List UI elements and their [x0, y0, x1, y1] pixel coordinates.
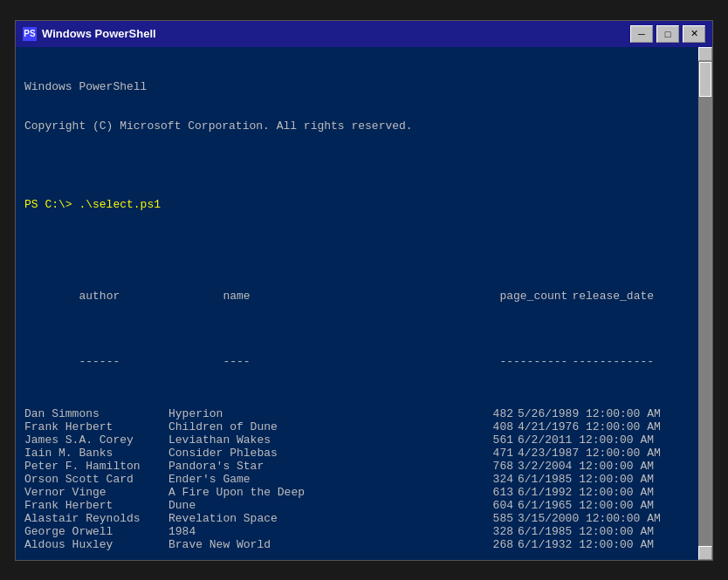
header-line-2: Copyright (C) Microsoft Corporation. All… — [24, 119, 704, 133]
table-row: George Orwell19843286/1/1985 12:00:00 AM — [24, 525, 704, 538]
close-button[interactable]: ✕ — [683, 25, 705, 43]
cell-name: Consider Phlebas — [168, 447, 439, 460]
cell-author: Frank Herbert — [24, 499, 168, 512]
cell-author: Orson Scott Card — [24, 473, 168, 486]
col-name-sep: ---- — [223, 355, 493, 368]
col-date-header: release_date — [572, 290, 654, 303]
cell-pages: 585 — [439, 512, 518, 525]
table-row: Orson Scott CardEnder's Game3246/1/1985 … — [24, 473, 704, 486]
cell-author: Vernor Vinge — [24, 486, 168, 499]
terminal-body[interactable]: Windows PowerShell Copyright (C) Microso… — [16, 47, 712, 560]
cell-name: Children of Dune — [168, 420, 439, 433]
cell-author: Frank Herbert — [24, 551, 168, 553]
cell-name: Dune Messiah — [168, 551, 439, 553]
column-headers: authornamepage_countrelease_date — [24, 276, 704, 316]
table-row: Frank HerbertChildren of Dune4084/21/197… — [24, 420, 704, 433]
cell-date: 3/15/2000 12:00:00 AM — [518, 512, 661, 525]
cell-date: 4/23/1987 12:00:00 AM — [518, 447, 661, 460]
cell-date: 6/1/1992 12:00:00 AM — [518, 486, 654, 499]
table-row: Vernor VingeA Fire Upon the Deep6136/1/1… — [24, 486, 704, 499]
window-title: Windows PowerShell — [42, 27, 630, 40]
col-author-sep: ------ — [79, 355, 223, 368]
cell-name: 1984 — [168, 525, 439, 538]
cell-author: Peter F. Hamilton — [24, 460, 168, 473]
table-row: Frank HerbertDune6046/1/1965 12:00:00 AM — [24, 499, 704, 512]
cell-author: Iain M. Banks — [24, 447, 168, 460]
powershell-window: PS Windows PowerShell ─ □ ✕ Windows Powe… — [15, 20, 713, 561]
cell-pages: 613 — [439, 486, 518, 499]
cell-pages: 268 — [439, 538, 518, 551]
header-line-1: Windows PowerShell — [24, 80, 704, 93]
cell-date: 5/26/1989 12:00:00 AM — [518, 407, 661, 420]
cell-pages: 768 — [439, 460, 518, 473]
cell-author: Frank Herbert — [24, 420, 168, 433]
table-row: Peter F. HamiltonPandora's Star7683/2/20… — [24, 460, 704, 473]
scrollbar-thumb[interactable] — [699, 62, 711, 97]
maximize-button[interactable]: □ — [656, 25, 679, 43]
cell-author: Aldous Huxley — [24, 538, 168, 551]
table-row: Dan SimmonsHyperion4825/26/1989 12:00:00… — [24, 407, 704, 420]
cell-name: Revelation Space — [168, 512, 439, 525]
cell-name: Leviathan Wakes — [168, 433, 439, 447]
cell-author: George Orwell — [24, 525, 168, 538]
col-author-header: author — [79, 290, 223, 303]
cell-pages: 324 — [439, 473, 518, 486]
scroll-up-button[interactable]: ▲ — [698, 47, 712, 61]
cell-pages: 482 — [439, 407, 518, 420]
title-bar: PS Windows PowerShell ─ □ ✕ — [16, 21, 712, 47]
cell-name: Dune — [168, 499, 439, 512]
cell-name: Brave New World — [168, 538, 439, 551]
cell-name: Pandora's Star — [168, 460, 439, 473]
cell-name: Ender's Game — [168, 473, 439, 486]
table-row: Frank HerbertDune Messiah33110/15/1969 1… — [24, 551, 704, 553]
column-separators: -------------------------------- — [24, 342, 704, 381]
scrollbar[interactable]: ▲ ▼ — [698, 47, 712, 560]
cell-author: Alastair Reynolds — [24, 512, 168, 525]
cell-name: A Fire Upon the Deep — [168, 486, 439, 499]
cell-pages: 471 — [439, 447, 518, 460]
table-row: Alastair ReynoldsRevelation Space5853/15… — [24, 512, 704, 525]
window-controls: ─ □ ✕ — [630, 25, 705, 43]
minimize-button[interactable]: ─ — [630, 25, 653, 43]
cell-author: James S.A. Corey — [24, 433, 168, 447]
blank-line-1 — [24, 159, 704, 172]
terminal-content: Windows PowerShell Copyright (C) Microso… — [24, 54, 704, 553]
cell-date: 6/1/1965 12:00:00 AM — [518, 499, 654, 512]
cell-date: 6/1/1985 12:00:00 AM — [518, 473, 654, 486]
table-row: Iain M. BanksConsider Phlebas4714/23/198… — [24, 447, 704, 460]
scrollbar-track[interactable] — [698, 61, 712, 546]
cell-date: 10/15/1969 12:00:00 AM — [518, 551, 668, 553]
table-row: James S.A. CoreyLeviathan Wakes5616/2/20… — [24, 433, 704, 447]
prompt-1: PS C:\> .\select.ps1 — [24, 198, 704, 211]
cell-pages: 561 — [439, 433, 518, 447]
col-pages-sep: ---------- — [493, 355, 572, 368]
cell-name: Hyperion — [168, 407, 439, 420]
blank-line-2 — [24, 237, 704, 250]
cell-pages: 604 — [439, 499, 518, 512]
powershell-icon: PS — [23, 27, 37, 41]
table-row: Aldous HuxleyBrave New World2686/1/1932 … — [24, 538, 704, 551]
col-name-header: name — [223, 290, 493, 303]
cell-pages: 328 — [439, 525, 518, 538]
cell-date: 6/1/1985 12:00:00 AM — [518, 525, 654, 538]
scroll-down-button[interactable]: ▼ — [698, 546, 712, 560]
cell-date: 4/21/1976 12:00:00 AM — [518, 420, 661, 433]
col-pages-header: page_count — [493, 290, 572, 303]
cell-pages: 408 — [439, 420, 518, 433]
cell-author: Dan Simmons — [24, 407, 168, 420]
col-date-sep: ------------ — [572, 355, 654, 368]
cell-date: 6/1/1932 12:00:00 AM — [518, 538, 654, 551]
cell-date: 6/2/2011 12:00:00 AM — [518, 433, 654, 447]
cell-date: 3/2/2004 12:00:00 AM — [518, 460, 654, 473]
cell-pages: 331 — [439, 551, 518, 553]
data-rows: Dan SimmonsHyperion4825/26/1989 12:00:00… — [24, 407, 704, 553]
